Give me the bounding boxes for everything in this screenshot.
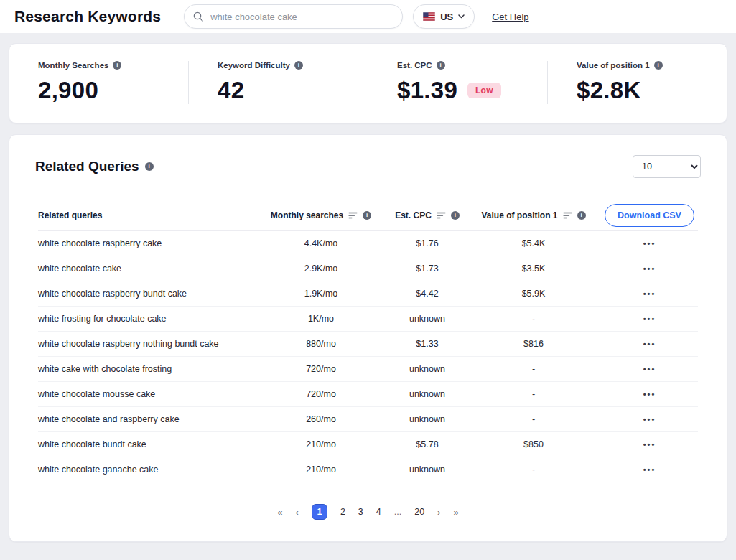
info-icon[interactable] xyxy=(294,61,303,70)
search-input[interactable] xyxy=(184,4,403,29)
info-icon[interactable] xyxy=(113,61,121,70)
row-actions-icon[interactable]: ••• xyxy=(643,239,656,248)
row-actions-icon[interactable]: ••• xyxy=(643,264,656,273)
sort-icon[interactable] xyxy=(348,212,358,219)
pagination-prev[interactable]: ‹ xyxy=(296,507,299,518)
query-cell[interactable]: white chocolate mousse cake xyxy=(38,389,253,399)
pagination-ellipsis: ... xyxy=(394,507,401,517)
query-cell[interactable]: white chocolate cake xyxy=(38,263,253,274)
row-actions-icon[interactable]: ••• xyxy=(643,465,656,474)
monthly-searches-cell: 4.4K/mo xyxy=(253,238,388,248)
table-row: white frosting for chocolate cake 1K/mo … xyxy=(38,307,698,332)
stat-monthly-searches: Monthly Searches 2,900 xyxy=(9,61,188,104)
query-cell[interactable]: white frosting for chocolate cake xyxy=(38,314,253,324)
table-row: white chocolate cake 2.9K/mo $1.73 $3.5K… xyxy=(38,256,698,281)
stats-card: Monthly Searches 2,900 Keyword Difficult… xyxy=(9,43,727,123)
cpc-cell: $1.33 xyxy=(388,339,466,349)
monthly-searches-cell: 260/mo xyxy=(253,414,388,424)
get-help-link[interactable]: Get Help xyxy=(492,11,528,22)
pagination: « ‹ 1 2 3 4 ... 20 › » xyxy=(9,504,727,520)
sort-icon[interactable] xyxy=(437,212,446,219)
page-title: Research Keywords xyxy=(14,8,161,25)
col-label: Est. CPC xyxy=(395,210,432,220)
chevron-down-icon xyxy=(458,14,465,19)
query-cell[interactable]: white chocolate bundt cake xyxy=(38,439,253,449)
pagination-first[interactable]: « xyxy=(277,507,282,518)
col-label: Value of position 1 xyxy=(481,210,557,220)
value-cell: $816 xyxy=(466,339,601,349)
query-cell[interactable]: white chocolate and raspberry cake xyxy=(38,414,253,424)
row-actions-icon[interactable]: ••• xyxy=(643,289,656,298)
table-row: white cake with chocolate frosting 720/m… xyxy=(38,357,698,382)
info-icon[interactable] xyxy=(437,61,445,70)
query-cell[interactable]: white cake with chocolate frosting xyxy=(38,364,253,374)
stat-keyword-difficulty: Keyword Difficulty 42 xyxy=(188,61,368,104)
row-actions-icon[interactable]: ••• xyxy=(643,340,656,348)
monthly-searches-cell: 880/mo xyxy=(253,339,388,349)
info-icon[interactable] xyxy=(654,61,663,70)
monthly-searches-cell: 1K/mo xyxy=(253,314,388,324)
row-actions-icon[interactable]: ••• xyxy=(643,440,656,449)
value-cell: $850 xyxy=(466,439,601,449)
stat-label: Keyword Difficulty xyxy=(218,61,290,70)
table-row: white chocolate and raspberry cake 260/m… xyxy=(38,407,698,432)
pagination-page-20[interactable]: 20 xyxy=(414,507,424,517)
table-row: white chocolate mousse cake 720/mo unkno… xyxy=(38,382,698,407)
download-csv-button[interactable]: Download CSV xyxy=(605,204,694,227)
col-est-cpc: Est. CPC xyxy=(388,210,466,220)
cpc-cell: unknown xyxy=(388,389,466,399)
value-cell: - xyxy=(466,364,601,374)
stat-value-of-position-1: Value of position 1 $2.8K xyxy=(547,61,727,104)
cpc-cell: $4.42 xyxy=(388,289,466,299)
country-label: US xyxy=(440,11,453,22)
info-icon[interactable] xyxy=(145,162,154,171)
value-cell: - xyxy=(466,465,601,475)
info-icon[interactable] xyxy=(451,211,460,220)
cpc-cell: unknown xyxy=(388,314,466,324)
col-monthly-searches: Monthly searches xyxy=(253,210,388,220)
cpc-low-badge: Low xyxy=(467,83,501,98)
monthly-searches-cell: 1.9K/mo xyxy=(253,289,388,299)
pagination-page-1[interactable]: 1 xyxy=(312,504,327,520)
page-size-select[interactable]: 10 xyxy=(633,155,701,178)
country-selector[interactable]: US xyxy=(413,4,475,29)
stat-label: Monthly Searches xyxy=(38,61,108,70)
query-cell[interactable]: white chocolate ganache cake xyxy=(38,465,253,475)
pagination-last[interactable]: » xyxy=(453,507,458,518)
query-cell[interactable]: white chocolate raspberry nothing bundt … xyxy=(38,339,253,349)
value-cell: - xyxy=(466,389,601,399)
pagination-page-4[interactable]: 4 xyxy=(376,507,381,517)
row-actions-icon[interactable]: ••• xyxy=(643,314,656,323)
stat-est-cpc: Est. CPC $1.39 Low xyxy=(368,61,547,104)
pagination-page-2[interactable]: 2 xyxy=(340,507,345,517)
monthly-searches-cell: 210/mo xyxy=(253,439,388,449)
stat-label: Est. CPC xyxy=(397,61,432,70)
table-header: Related queries Monthly searches Est. CP… xyxy=(38,200,698,231)
info-icon[interactable] xyxy=(363,211,371,220)
value-cell: - xyxy=(466,314,601,324)
monthly-searches-cell: 720/mo xyxy=(253,389,388,399)
cpc-cell: $1.73 xyxy=(388,263,466,274)
query-cell[interactable]: white chocolate raspberry cake xyxy=(38,238,253,248)
row-actions-icon[interactable]: ••• xyxy=(643,390,656,398)
pagination-next[interactable]: › xyxy=(437,507,440,518)
table-row: white chocolate raspberry cake 4.4K/mo $… xyxy=(38,231,698,256)
row-actions-icon[interactable]: ••• xyxy=(643,365,656,373)
stat-value: 42 xyxy=(218,77,368,104)
col-label: Monthly searches xyxy=(271,210,343,220)
monthly-searches-cell: 2.9K/mo xyxy=(253,263,388,274)
value-cell: $5.4K xyxy=(466,238,601,248)
cpc-cell: $1.76 xyxy=(388,238,466,248)
pagination-page-3[interactable]: 3 xyxy=(358,507,363,517)
monthly-searches-cell: 210/mo xyxy=(253,465,388,475)
stat-value: $1.39 xyxy=(397,77,457,104)
query-cell[interactable]: white chocolate raspberry bundt cake xyxy=(38,289,253,299)
related-queries-card: Related Queries 10 Related queries Month… xyxy=(9,134,727,542)
value-cell: - xyxy=(466,414,601,424)
cpc-cell: unknown xyxy=(388,465,466,475)
table-row: white chocolate bundt cake 210/mo $5.78 … xyxy=(38,432,698,457)
cpc-cell: $5.78 xyxy=(388,439,466,449)
sort-icon[interactable] xyxy=(563,212,572,219)
info-icon[interactable] xyxy=(577,211,586,220)
row-actions-icon[interactable]: ••• xyxy=(643,415,656,424)
